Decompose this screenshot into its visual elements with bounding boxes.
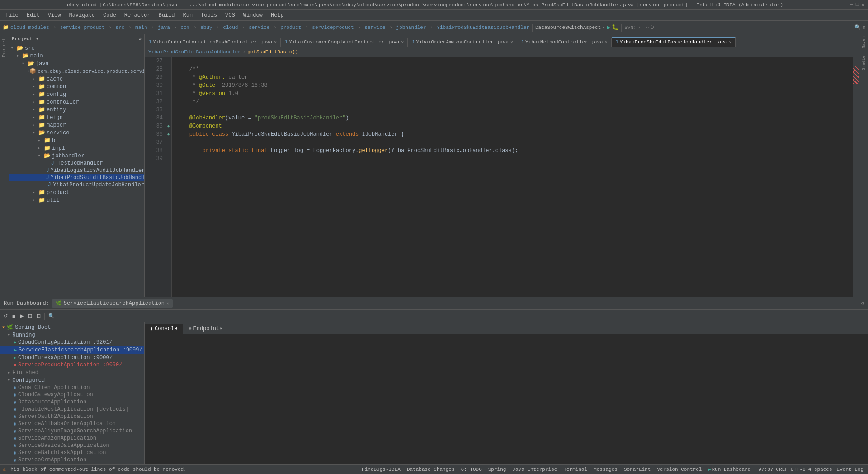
menu-item-view[interactable]: View xyxy=(44,11,65,19)
tree-item-productupdate[interactable]: ▸ J YibaiProductUpdateJobHandler xyxy=(9,181,144,189)
breadcrumb-cloud[interactable]: cloud xyxy=(223,25,238,30)
project-sidebar-btn[interactable]: Project xyxy=(1,36,8,59)
menu-item-navigate[interactable]: Navigate xyxy=(65,11,99,19)
collapse-all-btn[interactable]: ⊟ xyxy=(35,312,42,320)
svn-history-btn[interactable]: ⏱ xyxy=(650,25,655,30)
run-btn[interactable]: ▶ xyxy=(607,24,610,31)
rd-finished-group[interactable]: ▸ Finished xyxy=(0,369,144,376)
tab-amazon[interactable]: J YibaiOrderAmazonController.java ✕ xyxy=(408,38,517,47)
db-changes-btn[interactable]: Database Changes xyxy=(405,467,457,472)
breadcrumb-serviceproduct[interactable]: serviceproduct xyxy=(312,25,354,30)
svn-update-btn[interactable]: ↓ xyxy=(642,25,645,30)
menu-item-help[interactable]: Help xyxy=(267,11,288,19)
rd-cloudconfig[interactable]: ▶ CloudConfigApplication :9201/ xyxy=(0,339,144,346)
line-ending[interactable]: CRLF xyxy=(776,467,788,472)
tree-item-logistics[interactable]: ▸ J YibaiLogisticsAuditJobHandler xyxy=(9,167,144,174)
settings-btn[interactable]: ⚙ xyxy=(862,24,865,30)
breadcrumb-jobhandler[interactable]: jobhandler xyxy=(396,25,426,30)
breadcrumb-service-product[interactable]: service-product xyxy=(60,25,105,30)
rd-canal[interactable]: ◉ CanalClientApplication xyxy=(0,384,144,391)
close-icon[interactable]: ✕ xyxy=(510,39,513,45)
version-control-btn[interactable]: Version Control xyxy=(655,467,703,472)
maven-icon[interactable]: Maven xyxy=(862,36,866,48)
rd-aliyun[interactable]: ◉ ServiceAliyunImageSearchApplication xyxy=(0,427,144,435)
rd-cloudgateway[interactable]: ◉ CloudGatewayApplication xyxy=(0,391,144,398)
breadcrumb-src[interactable]: src xyxy=(115,25,124,30)
tab-endpoints[interactable]: ⊕ Endpoints xyxy=(183,324,228,334)
terminal-btn[interactable]: Terminal xyxy=(561,467,589,472)
tree-item-mapper[interactable]: ▸ 📁 mapper xyxy=(9,121,144,129)
menu-item-run[interactable]: Run xyxy=(179,11,196,19)
maximize-btn[interactable]: □ xyxy=(856,2,859,8)
minimize-btn[interactable]: ─ xyxy=(850,2,853,8)
tree-item-util[interactable]: ▸ 📁 util xyxy=(9,196,144,204)
tab-console[interactable]: ▮ Console xyxy=(145,324,183,334)
close-icon[interactable]: ✕ xyxy=(401,39,404,45)
menu-item-edit[interactable]: Edit xyxy=(23,11,43,19)
rd-amazon[interactable]: ◉ ServiceAmazonApplication xyxy=(0,435,144,442)
breadcrumb-ebuy[interactable]: ebuy xyxy=(200,25,212,30)
close-icon[interactable]: ✕ xyxy=(605,39,608,45)
search-btn[interactable]: 🔍 xyxy=(854,24,861,30)
svn-commit-btn[interactable]: ✓ xyxy=(638,25,641,30)
breadcrumb-main[interactable]: main xyxy=(135,25,147,30)
rd-batchtask[interactable]: ◉ ServiceBatchtaskApplication xyxy=(0,449,144,456)
rd-crm[interactable]: ◉ ServiceCrmApplication xyxy=(0,456,144,464)
tree-item-service[interactable]: ▾ 📂 service xyxy=(9,129,144,137)
rd-running-group[interactable]: ▾ Running xyxy=(0,331,144,339)
breadcrumb-service[interactable]: service xyxy=(249,25,269,30)
breadcrumb-product[interactable]: product xyxy=(280,25,301,30)
tree-item-bi[interactable]: ▸ 📁 bi xyxy=(9,137,144,144)
menu-item-file[interactable]: File xyxy=(2,11,22,19)
gear-icon[interactable]: ⚙ xyxy=(139,36,142,42)
rd-alibaba[interactable]: ◉ ServiceAlibabaOrderApplication xyxy=(0,420,144,427)
tree-item-common[interactable]: ▸ 📁 common xyxy=(9,83,144,90)
tree-item-config[interactable]: ▸ 📁 config xyxy=(9,90,144,98)
rerun-btn[interactable]: ↺ xyxy=(2,312,9,320)
menu-item-window[interactable]: Window xyxy=(240,11,266,19)
tree-item-controller[interactable]: ▸ 📁 controller xyxy=(9,98,144,106)
tree-item-feign[interactable]: ▸ 📁 feign xyxy=(9,114,144,121)
rd-datasource[interactable]: ◉ DatasourceApplication xyxy=(0,398,144,406)
spring-btn[interactable]: Spring xyxy=(486,467,508,472)
run-config-dropdown[interactable]: ▾ xyxy=(602,24,605,30)
close-btn[interactable]: ✕ xyxy=(861,2,864,8)
tree-item-entity[interactable]: ▸ 📁 entity xyxy=(9,106,144,114)
settings-icon[interactable]: ⚙ xyxy=(861,300,864,307)
tree-item-src[interactable]: ▾ 📂 src xyxy=(9,44,144,52)
tree-item-package[interactable]: ▾ 📦 com.ebuy.cloud.service.product.servi… xyxy=(9,67,144,75)
breadcrumb-handler[interactable]: YibaiProdSkuEditBasicJobHandler xyxy=(148,49,241,55)
gutter-icon-36[interactable]: ● xyxy=(165,130,171,138)
tab-order-push[interactable]: J YibaiOrderInformationPushController.ja… xyxy=(145,38,281,47)
gradle-icon[interactable]: Gradle xyxy=(862,56,866,70)
tree-item-prodsku[interactable]: ▸ J YibaiProdSkuEditBasicJobHandler xyxy=(9,174,144,181)
stop-btn[interactable]: ■ xyxy=(10,313,17,320)
tree-item-product[interactable]: ▸ 📁 product xyxy=(9,189,144,196)
menu-item-tools[interactable]: Tools xyxy=(197,11,221,19)
indent-display[interactable]: 4 spaces xyxy=(808,467,832,472)
rd-serviceelastic[interactable]: ▶ ServiceElasticsearchApplication :9099/ xyxy=(0,346,144,354)
rd-serveroauth2[interactable]: ◉ ServerOauth2Application xyxy=(0,413,144,420)
tab-complaint[interactable]: J YibaiCustomerComplaintController.java … xyxy=(281,38,408,47)
event-log-btn[interactable]: Event Log xyxy=(835,467,865,472)
rd-springboot[interactable]: ▾ 🌿 Spring Boot xyxy=(0,323,144,331)
java-enterprise-btn[interactable]: Java Enterprise xyxy=(510,467,559,472)
menu-item-vcs[interactable]: VCS xyxy=(222,11,239,19)
menu-item-refactor[interactable]: Refactor xyxy=(121,11,154,19)
breadcrumb-service2[interactable]: service xyxy=(365,25,386,30)
close-tab-icon[interactable]: ✕ xyxy=(166,301,169,306)
resume-btn[interactable]: ▶ xyxy=(18,312,25,320)
rd-eureka[interactable]: ▶ CloudEurekaApplication :9000/ xyxy=(0,354,144,361)
rd-basics[interactable]: ◉ ServiceBasicsDataApplication xyxy=(0,442,144,449)
filter-btn[interactable]: 🔍 xyxy=(47,312,57,320)
breadcrumb-cloud-modules[interactable]: cloud-modules xyxy=(10,25,49,30)
close-icon[interactable]: ✕ xyxy=(729,39,731,45)
findbugs-btn[interactable]: FindBugs-IDEA xyxy=(360,467,402,472)
breadcrumb-com[interactable]: com xyxy=(181,25,190,30)
run-dashboard-status-btn[interactable]: ▶ Run Dashboard xyxy=(706,467,752,472)
breadcrumb-java[interactable]: java xyxy=(158,25,170,30)
menu-item-build[interactable]: Build xyxy=(155,11,178,19)
todo-btn[interactable]: 6: TODO xyxy=(459,467,484,472)
tree-item-cache[interactable]: ▸ 📁 cache xyxy=(9,75,144,83)
run-dashboard-app-tab[interactable]: 🌿 ServiceElasticsearchApplication ✕ xyxy=(52,299,173,308)
